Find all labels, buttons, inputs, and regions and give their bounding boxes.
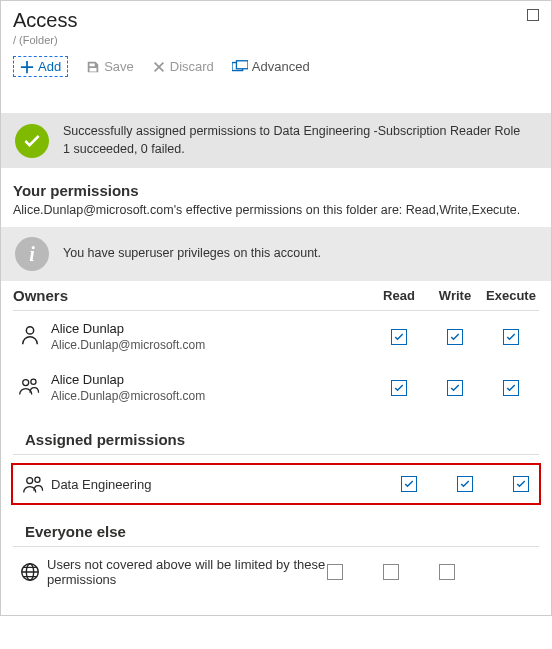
write-checkbox[interactable] xyxy=(447,380,463,396)
success-icon xyxy=(15,124,49,158)
info-text: You have superuser privileges on this ac… xyxy=(63,245,321,263)
execute-checkbox[interactable] xyxy=(439,564,455,580)
save-button: Save xyxy=(86,59,134,74)
info-banner: i You have superuser privileges on this … xyxy=(1,227,551,281)
everyone-title: Everyone else xyxy=(13,505,539,547)
advanced-button[interactable]: Advanced xyxy=(232,59,310,74)
save-label: Save xyxy=(104,59,134,74)
assigned-name: Data Engineering xyxy=(51,477,401,492)
read-checkbox[interactable] xyxy=(401,476,417,492)
owner-name: Alice Dunlap xyxy=(51,372,367,387)
breadcrumb: / (Folder) xyxy=(13,34,539,46)
svg-point-5 xyxy=(27,478,33,484)
person-icon xyxy=(19,324,41,346)
add-button[interactable]: Add xyxy=(13,56,68,77)
success-text-2: 1 succeeded, 0 failed. xyxy=(63,141,520,159)
page-title: Access xyxy=(13,9,539,32)
plus-icon xyxy=(20,60,34,74)
access-panel: Access / (Folder) Add Save Discard Advan… xyxy=(0,0,552,616)
table-row: Alice Dunlap Alice.Dunlap@microsoft.com xyxy=(13,311,539,363)
svg-rect-1 xyxy=(236,60,248,68)
everyone-desc: Users not covered above will be limited … xyxy=(47,557,327,587)
assigned-title: Assigned permissions xyxy=(13,413,539,455)
panel-header: Access / (Folder) xyxy=(1,1,551,50)
svg-point-2 xyxy=(26,327,33,334)
execute-header: Execute xyxy=(483,287,539,311)
discard-button: Discard xyxy=(152,59,214,74)
discard-label: Discard xyxy=(170,59,214,74)
owners-header: Owners xyxy=(13,287,371,311)
table-row: Alice Dunlap Alice.Dunlap@microsoft.com xyxy=(13,362,539,413)
write-header: Write xyxy=(427,287,483,311)
advanced-icon xyxy=(232,60,248,74)
read-checkbox[interactable] xyxy=(327,564,343,580)
group-icon xyxy=(22,473,46,495)
owner-email: Alice.Dunlap@microsoft.com xyxy=(51,389,367,403)
read-checkbox[interactable] xyxy=(391,329,407,345)
read-header: Read xyxy=(371,287,427,311)
discard-icon xyxy=(152,60,166,74)
execute-checkbox[interactable] xyxy=(503,380,519,396)
execute-checkbox[interactable] xyxy=(503,329,519,345)
svg-point-4 xyxy=(31,379,36,384)
owners-table: Owners Read Write Execute Alice Dunlap A… xyxy=(13,287,539,413)
everyone-row: Users not covered above will be limited … xyxy=(1,547,551,597)
globe-icon xyxy=(19,561,41,583)
read-checkbox[interactable] xyxy=(391,380,407,396)
owner-email: Alice.Dunlap@microsoft.com xyxy=(51,338,367,352)
add-label: Add xyxy=(38,59,61,74)
success-text-1: Successfully assigned permissions to Dat… xyxy=(63,123,520,141)
execute-checkbox[interactable] xyxy=(513,476,529,492)
owner-name: Alice Dunlap xyxy=(51,321,367,336)
svg-point-3 xyxy=(23,380,29,386)
assigned-row-highlighted: Data Engineering xyxy=(11,463,541,505)
group-icon xyxy=(18,375,42,397)
info-icon: i xyxy=(15,237,49,271)
write-checkbox[interactable] xyxy=(457,476,473,492)
your-permissions-desc: Alice.Dunlap@microsoft.com's effective p… xyxy=(1,203,551,227)
your-permissions-title: Your permissions xyxy=(1,168,551,203)
toolbar: Add Save Discard Advanced xyxy=(1,50,551,85)
write-checkbox[interactable] xyxy=(383,564,399,580)
success-banner: Successfully assigned permissions to Dat… xyxy=(1,113,551,168)
save-icon xyxy=(86,60,100,74)
svg-point-6 xyxy=(35,477,40,482)
advanced-label: Advanced xyxy=(252,59,310,74)
maximize-icon[interactable] xyxy=(527,9,539,21)
write-checkbox[interactable] xyxy=(447,329,463,345)
